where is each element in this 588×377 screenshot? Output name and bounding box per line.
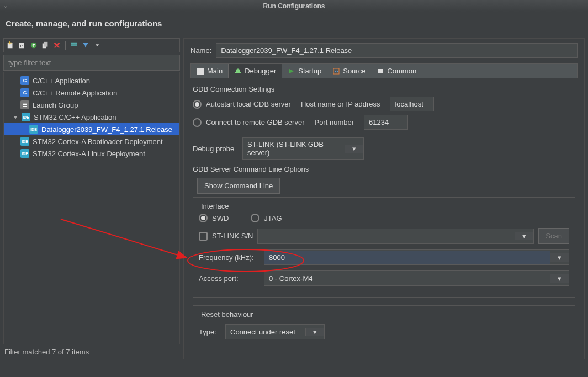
tab-label: Source	[343, 67, 365, 75]
ide-icon: IDE	[20, 137, 29, 146]
host-input[interactable]	[390, 97, 434, 111]
tree-item-label: C/C++ Remote Application	[33, 89, 117, 97]
reset-type-label: Type:	[199, 328, 221, 336]
name-label: Name:	[190, 46, 211, 55]
ide-icon: IDE	[22, 113, 30, 121]
titlebar: ⌄ Run Configurations	[0, 0, 588, 12]
bug-icon	[234, 67, 242, 75]
tree-item-label: STM32 Cortex-A Bootloader Deployment	[33, 137, 163, 146]
tree-item-cortexa-bootloader[interactable]: IDE STM32 Cortex-A Bootloader Deployment	[4, 135, 179, 147]
tree-item-cortexa-linux[interactable]: IDE STM32 Cortex-A Linux Deployment	[4, 147, 179, 160]
duplicate-icon[interactable]	[41, 41, 50, 50]
tab-startup[interactable]: Startup	[282, 64, 327, 78]
tree-item-stm32-ccpp[interactable]: ▼ IDE STM32 C/C++ Application	[4, 111, 179, 123]
checkbox-stlink-sn[interactable]	[199, 232, 208, 241]
tab-bar: Main Debugger Startup Source Common	[190, 63, 578, 78]
launch-group-icon: ☰	[20, 100, 29, 109]
config-tree: C C/C++ Application C C/C++ Remote Appli…	[3, 72, 180, 344]
filter-icon[interactable]	[81, 41, 90, 50]
svg-point-11	[236, 69, 240, 73]
access-port-label: Access port:	[199, 274, 259, 283]
jtag-label: JTAG	[264, 214, 282, 222]
tab-label: Main	[207, 67, 223, 75]
radio-connect-remote[interactable]	[193, 118, 202, 127]
config-toolbar: P	[3, 38, 180, 52]
ide-icon: IDE	[29, 125, 38, 134]
delete-icon[interactable]	[52, 41, 61, 50]
swd-label: SWD	[212, 214, 229, 222]
tree-item-label: STM32 C/C++ Application	[34, 113, 116, 121]
port-input[interactable]	[364, 115, 408, 130]
frequency-label: Frequency (kHz):	[199, 253, 259, 262]
tree-item-label: STM32 Cortex-A Linux Deployment	[33, 150, 145, 158]
tree-item-label: C/C++ Application	[33, 77, 90, 85]
tab-source[interactable]: Source	[327, 64, 371, 78]
reset-legend: Reset behaviour	[199, 310, 256, 318]
radio-autostart-local[interactable]	[193, 100, 202, 109]
interface-fieldset: Interface SWD JTAG ST-LINK S/N	[193, 197, 575, 298]
new-prototype-icon[interactable]: P	[18, 41, 27, 50]
tab-debugger[interactable]: Debugger	[228, 64, 282, 78]
interface-legend: Interface	[199, 202, 231, 210]
chevron-down-icon[interactable]: ▾	[550, 253, 569, 262]
chevron-down-icon[interactable]: ▾	[515, 232, 533, 240]
radio-jtag[interactable]	[251, 214, 259, 222]
server-opts-title: GDB Server Command Line Options	[193, 165, 575, 173]
frequency-combo[interactable]: 8000 ▾	[264, 249, 569, 265]
tree-item-ccpp-remote[interactable]: C C/C++ Remote Application	[4, 87, 179, 99]
filter-status: Filter matched 7 of 7 items	[3, 344, 180, 359]
chevron-down-icon[interactable]: ▾	[305, 328, 324, 336]
reset-fieldset: Reset behaviour Type: Connect under rese…	[193, 305, 575, 351]
tree-item-label: Datalogger2039_FW_F4_1.27.1 Release	[41, 125, 172, 134]
scan-button[interactable]: Scan	[538, 228, 569, 244]
dropdown-arrow-icon[interactable]	[93, 41, 102, 50]
autostart-label: Autostart local GDB server	[206, 100, 291, 108]
window-title: Run Configurations	[263, 2, 325, 10]
chevron-down-icon[interactable]: ▼	[13, 114, 18, 120]
connect-remote-label: Connect to remote GDB server	[206, 118, 304, 126]
tab-main[interactable]: Main	[191, 64, 228, 78]
common-icon	[377, 67, 384, 75]
export-icon[interactable]	[29, 41, 38, 50]
window-menu-icon[interactable]: ⌄	[3, 3, 8, 9]
debug-probe-label: Debug probe	[193, 145, 237, 153]
svg-rect-2	[9, 43, 12, 44]
debug-probe-combo[interactable]: ST-LINK (ST-LINK GDB server) ▾	[242, 137, 364, 160]
tree-item-datalogger-release[interactable]: IDE Datalogger2039_FW_F4_1.27.1 Release	[4, 123, 179, 135]
tab-label: Common	[387, 67, 416, 75]
config-name-input[interactable]	[216, 43, 578, 58]
stlink-sn-value	[258, 234, 515, 238]
access-port-combo[interactable]: 0 - Cortex-M4 ▾	[264, 270, 569, 286]
filter-input[interactable]	[3, 55, 180, 71]
reset-type-combo[interactable]: Connect under reset ▾	[225, 324, 325, 339]
reset-type-value: Connect under reset	[226, 326, 305, 338]
startup-icon	[288, 67, 295, 75]
debug-probe-value: ST-LINK (ST-LINK GDB server)	[243, 138, 345, 159]
stlink-sn-combo[interactable]: ▾	[257, 229, 534, 244]
svg-rect-8	[71, 44, 77, 46]
svg-rect-7	[44, 42, 47, 47]
chevron-down-icon[interactable]: ▾	[345, 145, 363, 153]
new-config-icon[interactable]	[6, 41, 15, 50]
c-app-icon: C	[20, 88, 29, 97]
svg-rect-10	[197, 68, 204, 75]
chevron-down-icon[interactable]: ▾	[550, 274, 569, 283]
svg-rect-9	[71, 43, 77, 44]
frequency-value: 8000	[264, 251, 550, 264]
c-app-icon: C	[20, 76, 29, 85]
svg-text:P: P	[20, 44, 23, 49]
collapse-all-icon[interactable]	[70, 41, 78, 50]
tab-common[interactable]: Common	[371, 64, 422, 78]
show-command-line-button[interactable]: Show Command Line	[197, 178, 280, 194]
tree-item-ccpp-app[interactable]: C C/C++ Application	[4, 75, 179, 87]
gdb-settings-title: GDB Connection Settings	[193, 85, 575, 93]
ide-icon: IDE	[20, 149, 29, 158]
page-title: Create, manage, and run configurations	[0, 12, 588, 38]
source-icon	[332, 67, 340, 75]
tree-item-launch-group[interactable]: ☰ Launch Group	[4, 99, 179, 111]
port-label: Port number	[314, 118, 354, 126]
host-label: Host name or IP address	[301, 100, 380, 108]
radio-swd[interactable]	[199, 214, 208, 222]
access-port-value: 0 - Cortex-M4	[264, 272, 550, 285]
tab-label: Debugger	[245, 67, 276, 75]
